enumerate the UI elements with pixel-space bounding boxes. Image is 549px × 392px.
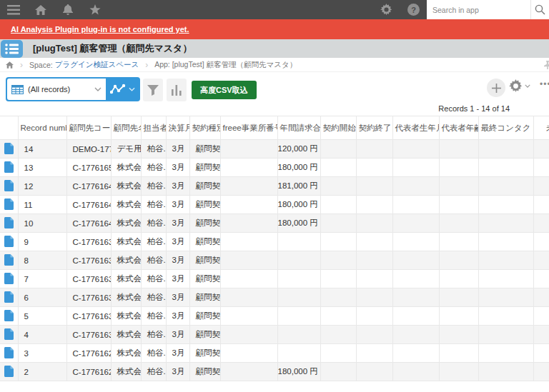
view-selector[interactable]: (All records) [7, 79, 106, 100]
table-cell [356, 251, 392, 270]
open-record-button[interactable] [0, 363, 18, 381]
column-header[interactable]: 未コ [533, 116, 549, 140]
table-cell [220, 140, 277, 159]
table-cell [533, 288, 549, 307]
notifications-bell-icon[interactable] [54, 0, 81, 19]
table-cell: 9 [18, 233, 66, 251]
table-cell [533, 140, 549, 159]
table-cell [392, 251, 439, 270]
table-row: 9C-17761638...株式会...柏谷...3月顧問契約 [0, 233, 549, 251]
open-record-button[interactable] [0, 270, 18, 288]
hamburger-menu-icon[interactable] [0, 0, 27, 19]
records-count: Records 1 - 14 of 14 [438, 104, 510, 113]
settings-gear-icon[interactable] [372, 0, 400, 19]
gear-icon [509, 79, 523, 93]
record-document-icon [4, 254, 14, 266]
open-record-button[interactable] [0, 344, 18, 363]
record-document-icon [4, 273, 14, 284]
help-icon[interactable]: ? [400, 0, 427, 19]
view-selector-group: (All records) [6, 77, 140, 101]
app-search-box [427, 0, 530, 19]
open-record-button[interactable] [0, 140, 18, 159]
record-document-icon [4, 143, 14, 154]
column-header[interactable]: 代表者年齢 [439, 116, 478, 140]
table-cell: デモ用... [111, 140, 141, 159]
table-cell [439, 251, 478, 270]
table-cell [220, 270, 277, 288]
open-record-button[interactable] [0, 326, 18, 344]
table-cell [320, 326, 356, 344]
open-record-button[interactable] [0, 233, 18, 251]
open-record-button[interactable] [0, 196, 18, 214]
table-cell [320, 363, 356, 381]
table-cell [277, 233, 320, 251]
table-row: 6C-17761634...株式会...柏谷...3月顧問契約 [0, 288, 549, 307]
table-cell: 3月 [166, 233, 189, 251]
table-cell: C-17761638... [66, 233, 111, 251]
table-cell [220, 307, 277, 326]
table-cell [356, 140, 392, 159]
table-cell [533, 344, 549, 363]
column-header[interactable]: 契約開始日 [320, 116, 356, 140]
record-document-icon [4, 236, 14, 247]
open-record-button[interactable] [0, 177, 18, 196]
table-cell [392, 159, 439, 177]
open-record-button[interactable] [0, 251, 18, 270]
home-icon[interactable] [27, 0, 54, 19]
table-cell: 株式会... [111, 270, 141, 288]
open-record-button[interactable] [0, 214, 18, 233]
plugin-warning-link[interactable]: AI Analysis Plugin plug-in is not config… [11, 25, 189, 34]
table-cell: C-17761633... [66, 307, 111, 326]
search-input[interactable] [427, 0, 535, 19]
pin-icon[interactable] [544, 61, 549, 71]
table-cell [277, 251, 320, 270]
table-cell: 12 [18, 177, 66, 196]
column-header[interactable]: 顧問先コード [66, 116, 111, 140]
open-record-button[interactable] [0, 159, 18, 177]
table-cell: C-17761622... [66, 363, 111, 381]
table-cell [220, 159, 277, 177]
table-cell [392, 363, 439, 381]
table-cell: C-17761658... [66, 159, 111, 177]
table-cell [533, 233, 549, 251]
table-cell: 3月 [166, 214, 189, 233]
search-icon[interactable] [530, 0, 549, 19]
table-cell [439, 326, 478, 344]
table-row: 2C-17761622...株式会...柏谷...3月顧問契約180,000 円 [0, 363, 549, 381]
advanced-csv-import-button[interactable]: 高度CSV取込 [192, 81, 257, 99]
table-cell: 柏谷... [141, 363, 166, 381]
breadcrumb-home-icon[interactable] [6, 61, 14, 69]
table-cell: 柏谷... [141, 270, 166, 288]
more-options-button[interactable]: ••• [540, 79, 549, 89]
table-cell [356, 159, 392, 177]
open-record-button[interactable] [0, 307, 18, 326]
table-cell: 6 [18, 288, 66, 307]
graph-view-button[interactable] [106, 79, 139, 100]
column-header[interactable]: 決算月 [166, 116, 189, 140]
column-header[interactable]: 顧問先名 [111, 116, 141, 140]
column-header[interactable]: 契約種別 [189, 116, 220, 140]
column-header[interactable]: 契約終了日 [356, 116, 392, 140]
svg-text:?: ? [411, 6, 416, 14]
table-cell [439, 140, 478, 159]
table-cell [392, 233, 439, 251]
column-header[interactable]: 代表者生年月日 [392, 116, 439, 140]
table-cell [320, 214, 356, 233]
filter-button[interactable] [143, 79, 163, 101]
open-record-button[interactable] [0, 288, 18, 307]
column-header[interactable]: 最終コンタクト日 [478, 116, 533, 140]
table-cell [356, 307, 392, 326]
app-settings-button[interactable] [509, 79, 530, 93]
table-cell: 柏谷... [141, 326, 166, 344]
add-record-button[interactable] [487, 79, 505, 97]
table-cell: 3月 [166, 270, 189, 288]
column-header[interactable]: 年間請求合計 [277, 116, 320, 140]
record-document-icon [4, 217, 14, 228]
chart-button[interactable] [167, 79, 187, 101]
column-header[interactable]: Record number [18, 116, 66, 140]
breadcrumb-space-link[interactable]: プラグイン検証スペース [55, 60, 139, 70]
column-header[interactable]: 担当者 [141, 116, 166, 140]
app-icon[interactable] [1, 40, 23, 58]
favorites-star-icon[interactable] [81, 0, 109, 19]
column-header[interactable]: freee事業所番号 [220, 116, 277, 140]
